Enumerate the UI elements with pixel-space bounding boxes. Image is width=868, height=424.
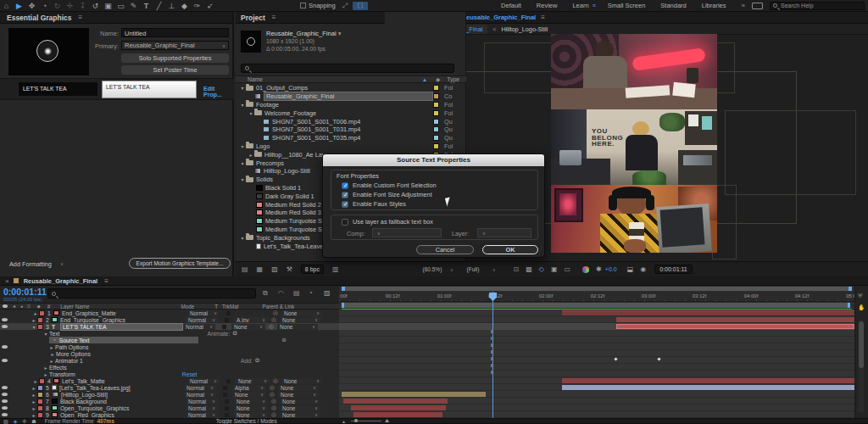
motion-blur-icon[interactable]: ◔ — [309, 289, 313, 297]
eraser-tool-icon[interactable]: ◆ — [178, 2, 191, 10]
timeline-zoom-knob[interactable] — [354, 419, 358, 422]
comp-button-icon[interactable]: ✋ — [858, 304, 865, 311]
region-of-interest-icon[interactable]: ⊡ — [514, 265, 520, 273]
trkmat-dropdown[interactable]: Alpha — [232, 385, 266, 391]
layer-row-1[interactable]: ▸ 1 End_Graphics_Matte Normal ◎ None — [0, 310, 339, 316]
shy-layers-icon[interactable]: ◠ — [278, 289, 284, 297]
parent-pickwhip-icon[interactable]: ◎ — [269, 323, 274, 330]
current-time-display[interactable]: 0:00:01:11 — [3, 287, 47, 297]
work-area-bar[interactable] — [342, 303, 850, 308]
mode-dropdown[interactable]: Normal — [186, 405, 218, 411]
timeline-tab-close-icon[interactable]: × — [5, 277, 9, 285]
layer-row-4[interactable]: ▸ 4 Let's_Talk_Matte Normal None ◎ None — [0, 377, 339, 384]
parent-pickwhip-icon[interactable]: ◎ — [270, 391, 275, 398]
layer-row-3-selected[interactable]: ▾ 3 T LET'S TALK TEA Normal None ◎ None — [0, 323, 339, 330]
mode-dropdown[interactable]: Normal — [186, 412, 218, 418]
primary-dropdown[interactable]: Reusable_Graphic_Final — [121, 41, 229, 50]
layer-bar-lets-talk-matte[interactable] — [562, 378, 854, 383]
trkmat-dropdown[interactable]: None — [234, 412, 268, 418]
workspace-default[interactable]: Default — [501, 2, 521, 9]
parent-link-column-header[interactable]: Parent & Link — [262, 304, 294, 310]
resolution-dropdown[interactable]: (Full) — [465, 265, 498, 275]
solo-supported-properties-button[interactable]: Solo Supported Properties — [121, 53, 229, 63]
timeline-graph-area[interactable]: 0:00f 00:12f 01:00f 01:12f 02:00f 02:12f… — [339, 286, 854, 418]
breadcrumb-other-comp[interactable]: Hilltop_Logo-Still — [501, 25, 548, 33]
mode-dropdown[interactable]: Normal — [187, 378, 220, 384]
workspace-overflow-icon[interactable]: » — [742, 2, 745, 9]
property-eye-icon[interactable] — [2, 359, 8, 362]
property-eye-icon[interactable] — [2, 345, 8, 349]
project-row[interactable]: ▾Welcome_FootageFol — [236, 109, 466, 117]
parent-dropdown[interactable]: None — [280, 317, 320, 323]
set-poster-time-button[interactable]: Set Poster Time — [121, 65, 229, 75]
draft-3d-icon[interactable]: ◈ — [14, 418, 18, 424]
edit-properties-link[interactable]: Edit Prop... — [203, 86, 234, 98]
orbit-camera-tool-icon[interactable]: ↻ — [51, 2, 64, 10]
parent-dropdown[interactable]: None — [281, 378, 322, 384]
comp-tab-title[interactable]: Reusable_Graphic_Final — [462, 14, 537, 21]
dialog-title-bar[interactable]: Source Text Properties — [323, 154, 544, 166]
graph-editor-icon[interactable]: ▨ — [324, 289, 331, 297]
selection-tool-icon[interactable]: ▶ — [13, 2, 25, 10]
layer-bar-end-graphics-matte[interactable] — [562, 310, 854, 315]
magnification-dropdown[interactable]: (60.5%) — [420, 265, 456, 275]
add-formatting-dropdown[interactable]: Add Formatting — [7, 259, 66, 269]
vertical-scrollbar[interactable] — [859, 320, 864, 413]
sort-arrow-icon[interactable]: ▲ — [422, 77, 427, 82]
home-icon[interactable]: ⌂ — [0, 2, 13, 10]
trkmat-dropdown[interactable]: None — [231, 324, 265, 330]
label-column-icon[interactable]: ◆ — [436, 76, 440, 83]
t-toggle[interactable] — [223, 386, 227, 390]
new-composition-icon[interactable]: ▧ — [271, 265, 278, 273]
project-panel-menu-icon[interactable]: ≡ — [272, 14, 276, 21]
t-toggle[interactable] — [225, 406, 229, 410]
parent-pickwhip-icon[interactable]: ◎ — [271, 404, 276, 411]
interpret-footage-icon[interactable]: ▤ — [242, 265, 248, 273]
frame-blending-icon[interactable]: ▤ — [293, 289, 300, 297]
cancel-button[interactable]: Cancel — [416, 245, 474, 254]
layer-bar-black-background[interactable] — [343, 399, 448, 404]
t-toggle[interactable] — [222, 325, 226, 329]
trkmat-dropdown[interactable]: A.Inv — [234, 317, 268, 323]
mode-column-header[interactable]: Mode — [181, 304, 194, 310]
stopwatch-icon[interactable]: ◔ — [53, 338, 56, 343]
snapshot-camera-icon[interactable]: ⬓ — [627, 265, 634, 273]
render-icon[interactable]: ☗ — [31, 418, 36, 424]
video-eye-icon[interactable] — [2, 406, 8, 410]
workspace-standard[interactable]: Standard — [660, 2, 686, 9]
workspace-libraries[interactable]: Libraries — [702, 2, 726, 9]
parent-pickwhip-icon[interactable]: ◎ — [271, 398, 276, 404]
layer-bar-hilltop-logo-still[interactable] — [342, 392, 486, 397]
layer-row-7[interactable]: ▸ 7 Black Background Normal None ◎ None — [0, 398, 339, 404]
workspace-small-screen[interactable]: Small Screen — [608, 2, 646, 9]
transparency-grid-icon[interactable]: ▩ — [526, 265, 532, 273]
video-eye-icon[interactable] — [2, 399, 8, 403]
layer-row-8[interactable]: ▸ 8 Open_Turquoise_Graphics Normal None … — [0, 404, 339, 411]
snap-angle-icon[interactable]: ⤢ — [342, 2, 348, 10]
trkmat-dropdown[interactable]: None — [234, 399, 268, 404]
trkmat-dropdown[interactable]: None — [234, 405, 268, 411]
project-selected-item-name[interactable]: Reusable_Graphic_Final — [266, 30, 337, 37]
t-toggle[interactable] — [225, 399, 229, 404]
use-layer-fallback-checkbox[interactable] — [342, 219, 348, 226]
show-snapshot-icon[interactable]: ◉ — [640, 265, 646, 273]
time-ruler[interactable]: 0:00f 00:12f 01:00f 01:12f 02:00f 02:12f… — [339, 292, 854, 302]
layer-row-9[interactable]: ▸ 9 Open_Red_Graphics Normal None ◎ None — [0, 411, 339, 418]
pan-camera-tool-icon[interactable]: ✛ — [64, 2, 76, 10]
workspace-bar-icon[interactable] — [752, 3, 763, 9]
project-row[interactable]: SHGN7_S001_S001_T006.mp4Qu — [236, 117, 466, 126]
rulers-icon[interactable]: ▭ — [565, 265, 571, 273]
workspace-review[interactable]: Review — [537, 2, 558, 9]
layer-bar-open-red-graphics[interactable] — [353, 412, 442, 417]
comp-dropdown[interactable] — [372, 228, 442, 237]
type-column-header[interactable]: Type — [447, 76, 459, 82]
project-row[interactable]: ▾LogoFol — [236, 142, 466, 151]
channel-icon[interactable] — [582, 266, 589, 273]
type-tool-icon[interactable]: T — [140, 2, 153, 10]
roto-brush-tool-icon[interactable]: ✑ — [191, 2, 203, 10]
t-toggle[interactable] — [226, 379, 231, 383]
layer-bar-lets-talk-tea[interactable] — [616, 324, 854, 329]
project-panel-title[interactable]: Project — [241, 14, 265, 22]
comp-marker-bin-icon[interactable]: ⛨ — [858, 293, 862, 299]
bit-depth-control[interactable]: 8 bpc — [301, 265, 324, 274]
